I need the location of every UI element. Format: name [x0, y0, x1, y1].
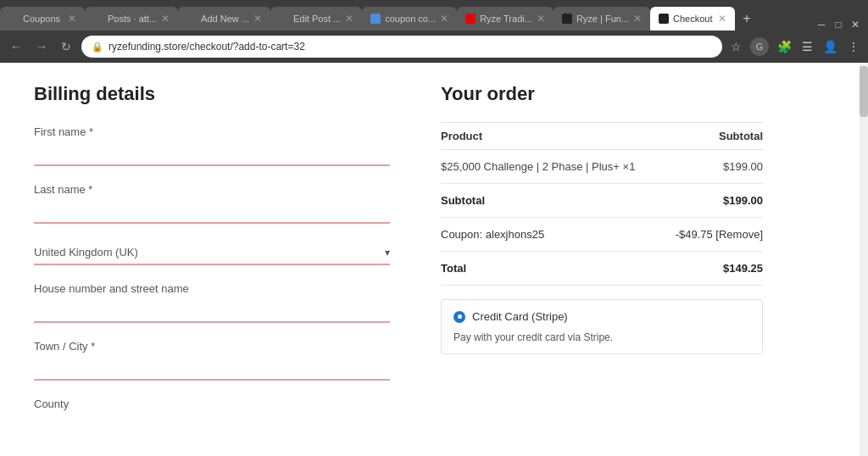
- tab-favicon-coupons: [8, 14, 19, 24]
- first-name-input[interactable]: [34, 142, 390, 166]
- county-label: County: [34, 398, 390, 410]
- page-content: Billing details First name * Last name *…: [0, 63, 868, 456]
- tab-bar: Coupons ✕ Posts · att... ✕ Add New ... ✕…: [0, 0, 868, 31]
- chevron-down-icon: ▾: [385, 247, 390, 259]
- tab-ryzefun[interactable]: Ryze | Fun... ✕: [554, 7, 650, 31]
- back-button[interactable]: ←: [7, 38, 25, 55]
- tab-title-ryzefun: Ryze | Fun...: [576, 14, 629, 24]
- refresh-button[interactable]: ↻: [58, 38, 75, 55]
- total-row: Total $149.25: [441, 252, 763, 286]
- tab-title-checkout: Checkout: [673, 14, 712, 24]
- total-label: Total: [441, 252, 663, 286]
- extensions2-icon[interactable]: ☰: [800, 38, 815, 55]
- tab-ryzetrad[interactable]: Ryze Tradi... ✕: [457, 7, 554, 31]
- last-name-input[interactable]: [34, 199, 390, 224]
- order-title: Your order: [441, 83, 763, 105]
- order-item-price: $199.00: [663, 150, 763, 184]
- tab-close-posts[interactable]: ✕: [161, 13, 170, 25]
- tab-favicon-ryzefun: [562, 14, 572, 24]
- first-name-label: First name *: [34, 125, 390, 138]
- subtotal-column-header: Subtotal: [663, 123, 763, 150]
- order-item-row: $25,000 Challenge | 2 Phase | Plus+ ×1 $…: [441, 150, 763, 184]
- town-group: Town / City *: [34, 340, 390, 381]
- first-name-group: First name *: [34, 125, 390, 166]
- scrollbar[interactable]: [860, 63, 868, 456]
- new-tab-button[interactable]: +: [735, 7, 759, 31]
- product-column-header: Product: [441, 123, 663, 150]
- street-group: House number and street name: [34, 282, 390, 323]
- tab-close-couponco[interactable]: ✕: [440, 13, 448, 25]
- coupon-label: Coupon: alexjhons25: [441, 218, 663, 252]
- tab-close-checkout[interactable]: ✕: [718, 13, 726, 25]
- address-text: ryzefunding.store/checkout/?add-to-cart=…: [108, 41, 305, 53]
- town-input[interactable]: [34, 356, 390, 381]
- payment-box: Credit Card (Stripe) Pay with your credi…: [441, 299, 763, 354]
- menu-icon[interactable]: ⋮: [846, 38, 861, 55]
- page-inner: Billing details First name * Last name *…: [0, 63, 860, 456]
- tab-title-ryzetrad: Ryze Tradi...: [480, 14, 532, 24]
- tab-close-ryzetrad[interactable]: ✕: [537, 13, 545, 25]
- country-label: United Kingdom (UK): [34, 246, 385, 259]
- account-icon[interactable]: 👤: [821, 38, 839, 55]
- subtotal-label: Subtotal: [441, 184, 663, 218]
- payment-method-label: Credit Card (Stripe): [472, 310, 568, 323]
- order-subtotal-row: Subtotal $199.00: [441, 184, 763, 218]
- tab-title-addnew: Add New ...: [201, 14, 249, 24]
- browser-window: Coupons ✕ Posts · att... ✕ Add New ... ✕…: [0, 0, 868, 456]
- maximize-button[interactable]: □: [832, 19, 844, 31]
- lock-icon: 🔒: [92, 42, 103, 53]
- tab-close-ryzefun[interactable]: ✕: [633, 13, 642, 25]
- forward-button[interactable]: →: [32, 38, 51, 55]
- tab-favicon-addnew: [186, 14, 197, 24]
- radio-button[interactable]: [453, 311, 465, 323]
- profile-avatar[interactable]: G: [750, 37, 769, 56]
- street-label: House number and street name: [34, 282, 390, 295]
- payment-description: Pay with your credit card via Stripe.: [453, 331, 750, 343]
- country-group: United Kingdom (UK) ▾: [34, 241, 390, 265]
- billing-title: Billing details: [34, 83, 390, 105]
- tab-editpost[interactable]: Edit Post ... ✕: [270, 7, 362, 31]
- tab-posts[interactable]: Posts · att... ✕: [85, 7, 178, 31]
- tab-checkout[interactable]: Checkout ✕: [650, 7, 735, 31]
- order-table-header: Product Subtotal: [441, 123, 763, 150]
- coupon-row: Coupon: alexjhons25 -$49.75 [Remove]: [441, 218, 763, 252]
- tab-favicon-couponco: [370, 14, 381, 24]
- scrollbar-thumb[interactable]: [860, 66, 868, 117]
- total-value: $149.25: [663, 252, 763, 286]
- close-button[interactable]: ✕: [849, 19, 861, 31]
- town-label: Town / City *: [34, 340, 390, 353]
- tab-close-coupons[interactable]: ✕: [68, 13, 76, 25]
- subtotal-value: $199.00: [663, 184, 763, 218]
- street-input[interactable]: [34, 298, 390, 323]
- address-bar[interactable]: 🔒 ryzefunding.store/checkout/?add-to-car…: [81, 36, 722, 58]
- tab-addnew[interactable]: Add New ... ✕: [178, 7, 270, 31]
- bookmark-icon[interactable]: ☆: [729, 38, 743, 55]
- window-controls: ─ □ ✕: [815, 19, 868, 31]
- tab-couponco[interactable]: coupon co... ✕: [362, 7, 457, 31]
- address-bar-row: ← → ↻ 🔒 ryzefunding.store/checkout/?add-…: [0, 31, 868, 63]
- tab-coupons[interactable]: Coupons ✕: [0, 7, 85, 31]
- order-item-name: $25,000 Challenge | 2 Phase | Plus+ ×1: [441, 150, 663, 184]
- coupon-value: -$49.75 [Remove]: [663, 218, 763, 252]
- tab-title-couponco: coupon co...: [385, 14, 436, 24]
- country-select[interactable]: United Kingdom (UK) ▾: [34, 241, 390, 265]
- tab-close-editpost[interactable]: ✕: [345, 13, 353, 25]
- order-section: Your order Product Subtotal $25,000 Chal…: [441, 83, 763, 436]
- last-name-group: Last name *: [34, 183, 390, 224]
- radio-inner: [458, 314, 462, 319]
- county-group: County: [34, 398, 390, 410]
- tab-title-posts: Posts · att...: [108, 14, 157, 24]
- tab-title-editpost: Edit Post ...: [293, 14, 341, 24]
- tab-favicon-checkout: [659, 14, 669, 24]
- tab-title-coupons: Coupons: [23, 14, 60, 24]
- minimize-button[interactable]: ─: [815, 19, 827, 31]
- extensions-icon[interactable]: 🧩: [776, 38, 793, 55]
- tab-favicon-editpost: [279, 14, 289, 24]
- tab-favicon-ryzetrad: [465, 14, 476, 24]
- tab-close-addnew[interactable]: ✕: [253, 13, 262, 25]
- order-table: Product Subtotal $25,000 Challenge | 2 P…: [441, 122, 763, 286]
- tab-favicon-posts: [93, 14, 103, 24]
- last-name-label: Last name *: [34, 183, 390, 196]
- payment-option[interactable]: Credit Card (Stripe): [453, 310, 750, 323]
- billing-section: Billing details First name * Last name *…: [34, 83, 390, 436]
